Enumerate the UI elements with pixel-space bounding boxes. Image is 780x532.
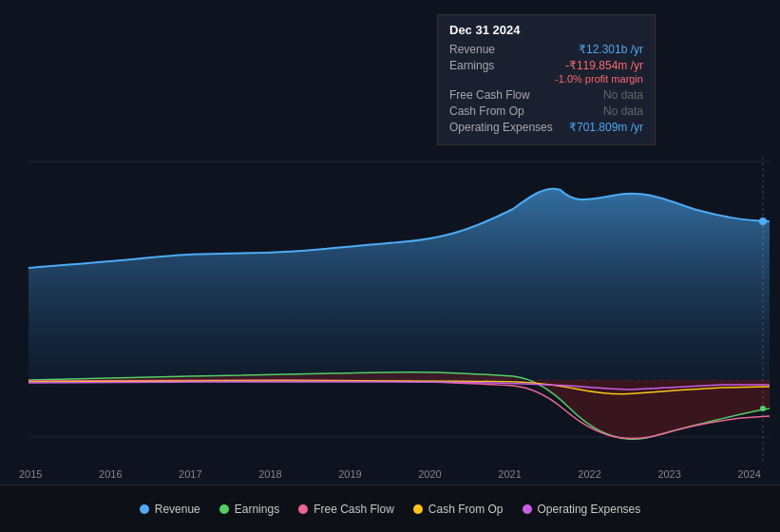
- tooltip-row-opex: Operating Expenses ₹701.809m /yr: [449, 121, 643, 134]
- x-labels: 2015 2016 2017 2018 2019 2020 2021 2022 …: [0, 468, 780, 480]
- x-label-2019: 2019: [338, 468, 361, 480]
- x-label-2022: 2022: [578, 468, 600, 480]
- chart-svg: [0, 0, 780, 484]
- x-label-2016: 2016: [99, 468, 122, 480]
- tooltip-value-revenue: ₹12.301b /yr: [579, 43, 643, 56]
- tooltip-value-fcf: No data: [603, 88, 643, 102]
- x-label-2023: 2023: [657, 468, 680, 480]
- tooltip-value-earnings: -₹119.854m /yr-1.0% profit margin: [555, 59, 643, 86]
- tooltip-label-earnings: Earnings: [449, 59, 494, 86]
- tooltip-row-revenue: Revenue ₹12.301b /yr: [449, 43, 643, 56]
- tooltip-row-fcf: Free Cash Flow No data: [449, 88, 643, 102]
- x-label-2018: 2018: [258, 468, 281, 480]
- tooltip: Dec 31 2024 Revenue ₹12.301b /yr Earning…: [437, 14, 656, 145]
- legend-dot-fcf: [298, 504, 308, 514]
- legend-item-revenue[interactable]: Revenue: [140, 503, 200, 516]
- legend-label-opex: Operating Expenses: [538, 503, 641, 516]
- legend-label-revenue: Revenue: [155, 503, 200, 516]
- legend-item-earnings[interactable]: Earnings: [219, 503, 279, 516]
- legend-label-earnings: Earnings: [235, 503, 279, 516]
- legend-dot-earnings: [219, 504, 229, 514]
- tooltip-date: Dec 31 2024: [449, 23, 643, 37]
- tooltip-row-cashfromop: Cash From Op No data: [449, 104, 643, 118]
- tooltip-label-opex: Operating Expenses: [449, 121, 553, 134]
- tooltip-label-fcf: Free Cash Flow: [449, 88, 530, 102]
- legend-item-cashfromop[interactable]: Cash From Op: [413, 503, 504, 516]
- x-label-2015: 2015: [19, 468, 42, 480]
- legend-item-fcf[interactable]: Free Cash Flow: [298, 503, 394, 516]
- x-label-2020: 2020: [418, 468, 441, 480]
- legend-dot-cashfromop: [413, 504, 423, 514]
- legend-dot-revenue: [140, 504, 149, 514]
- earnings-dot: [760, 406, 766, 411]
- x-label-2017: 2017: [179, 468, 201, 480]
- tooltip-label-revenue: Revenue: [449, 43, 495, 56]
- x-label-2024: 2024: [737, 468, 760, 480]
- legend-bar: Revenue Earnings Free Cash Flow Cash Fro…: [0, 484, 780, 532]
- revenue-dot: [759, 218, 767, 225]
- tooltip-label-cashfromop: Cash From Op: [449, 104, 524, 118]
- tooltip-value-cashfromop: No data: [603, 104, 643, 118]
- legend-item-opex[interactable]: Operating Expenses: [523, 503, 641, 516]
- x-label-2021: 2021: [498, 468, 521, 480]
- chart-container: Dec 31 2024 Revenue ₹12.301b /yr Earning…: [0, 0, 780, 532]
- tooltip-value-opex: ₹701.809m /yr: [569, 121, 643, 134]
- legend-dot-opex: [523, 504, 532, 514]
- tooltip-row-earnings: Earnings -₹119.854m /yr-1.0% profit marg…: [449, 59, 643, 86]
- legend-label-cashfromop: Cash From Op: [428, 503, 504, 516]
- legend-label-fcf: Free Cash Flow: [314, 503, 394, 516]
